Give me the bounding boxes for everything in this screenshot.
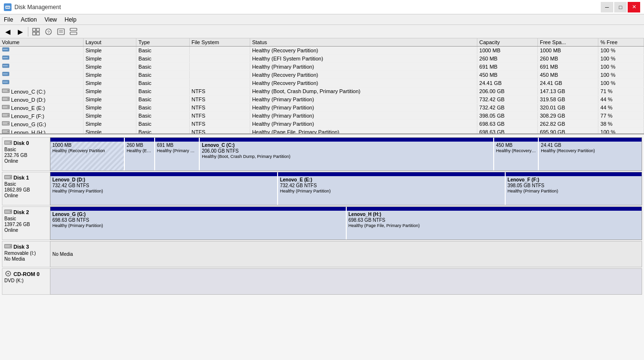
- maximize-button[interactable]: □: [614, 2, 627, 12]
- partition-size: 450 MB: [496, 143, 536, 148]
- partition-size: 260 MB: [127, 143, 152, 148]
- col-filesystem[interactable]: File System: [189, 38, 250, 47]
- disk-id: Disk 2: [13, 209, 29, 215]
- partition-header: [278, 172, 505, 176]
- partition-0-4[interactable]: 450 MB Healthy (Recovery Parti: [494, 138, 539, 170]
- table-row[interactable]: Simple Basic Healthy (Recovery Partition…: [0, 79, 644, 87]
- back-button[interactable]: ◀: [2, 26, 13, 37]
- partition-desc: Healthy (Boot, Crash Dump, Primary Parti…: [202, 154, 491, 159]
- cell-capacity: 698.63 GB: [477, 128, 538, 135]
- cell-fs: [189, 79, 250, 87]
- disk-id: Disk 0: [13, 140, 29, 146]
- table-row[interactable]: Simple Basic Healthy (Recovery Partition…: [0, 47, 644, 55]
- table-row[interactable]: Simple Basic Healthy (Primary Partition)…: [0, 63, 644, 71]
- menu-file[interactable]: File: [0, 14, 17, 24]
- cell-layout: Simple: [83, 63, 136, 71]
- disk-label-2: Disk 2 Basic 1397.26 GB Online: [2, 206, 50, 240]
- table-row[interactable]: Lenovo_G (G:) Simple Basic NTFS Healthy …: [0, 120, 644, 128]
- svg-point-54: [8, 273, 9, 275]
- partition-header: [50, 172, 277, 176]
- minimize-button[interactable]: ─: [601, 2, 613, 12]
- col-pctfree[interactable]: % Free: [598, 38, 644, 47]
- col-type[interactable]: Type: [136, 38, 189, 47]
- col-status[interactable]: Status: [250, 38, 477, 47]
- col-volume[interactable]: Volume: [0, 38, 83, 47]
- partition-0-2[interactable]: 691 MB Healthy (Primary Partitio: [155, 138, 200, 170]
- partition-desc: Healthy (Recovery Parti: [496, 148, 536, 153]
- menu-bar: File Action View Help: [0, 14, 644, 25]
- partition-0-1[interactable]: 260 MB Healthy (EFI System P: [125, 138, 155, 170]
- disk-visual-area[interactable]: Disk 0 Basic 232.76 GB Online 1000 MB He…: [0, 134, 644, 360]
- show-grid-button[interactable]: [30, 26, 42, 37]
- disk-view-button[interactable]: [68, 26, 79, 37]
- partition-size: 698.63 GB NTFS: [52, 217, 344, 223]
- partition-body: 24.41 GB Healthy (Recovery Partition): [539, 142, 642, 170]
- properties-button[interactable]: [55, 26, 67, 37]
- partition-header: [494, 138, 538, 142]
- col-capacity[interactable]: Capacity: [477, 38, 538, 47]
- partition-2-0[interactable]: Lenovo_G (G:) 698.63 GB NTFS Healthy (Pr…: [50, 207, 347, 240]
- table-row[interactable]: Simple Basic Healthy (Recovery Partition…: [0, 71, 644, 79]
- partition-header: [50, 138, 124, 142]
- disk-icon-row: CD-ROM 0: [4, 271, 48, 277]
- cell-fs: [189, 55, 250, 63]
- table-row[interactable]: Lenovo_D (D:) Simple Basic NTFS Healthy …: [0, 96, 644, 104]
- partition-name: Lenovo_F (F:): [508, 177, 640, 182]
- cell-type: Basic: [136, 47, 189, 55]
- partition-0-5[interactable]: 24.41 GB Healthy (Recovery Partition): [539, 138, 642, 170]
- cell-type: Basic: [136, 87, 189, 96]
- table-row[interactable]: Simple Basic Healthy (EFI System Partiti…: [0, 55, 644, 63]
- table-row[interactable]: Lenovo_C (C:) Simple Basic NTFS Healthy …: [0, 87, 644, 96]
- no-media-area: No Media: [50, 241, 642, 267]
- close-button[interactable]: ✕: [628, 2, 640, 12]
- cell-free: 450 MB: [538, 71, 598, 79]
- forward-button[interactable]: ▶: [14, 26, 26, 37]
- partition-0-3[interactable]: Lenovo_C (C:) 206.00 GB NTFS Healthy (Bo…: [200, 138, 494, 170]
- partition-body: Lenovo_D (D:) 732.42 GB NTFS Healthy (Pr…: [50, 176, 277, 205]
- cell-free: 319.58 GB: [538, 96, 598, 104]
- partition-2-1[interactable]: Lenovo_H (H:) 698.63 GB NTFS Healthy (Pa…: [347, 207, 642, 240]
- window-controls[interactable]: ─ □ ✕: [601, 2, 640, 12]
- partition-1-2[interactable]: Lenovo_F (F:) 398.05 GB NTFS Healthy (Pr…: [506, 172, 642, 205]
- cell-type: Basic: [136, 71, 189, 79]
- cell-capacity: 260 MB: [477, 55, 538, 63]
- partition-body: Lenovo_G (G:) 698.63 GB NTFS Healthy (Pr…: [50, 211, 346, 240]
- svg-rect-8: [58, 29, 64, 35]
- svg-rect-18: [3, 65, 8, 66]
- partition-size: 24.41 GB: [541, 143, 640, 148]
- partition-1-1[interactable]: Lenovo_E (E:) 732.42 GB NTFS Healthy (Pr…: [278, 172, 506, 205]
- partition-size: 206.00 GB NTFS: [202, 148, 491, 154]
- menu-view[interactable]: View: [41, 14, 61, 24]
- disk-drive-icon: [4, 174, 12, 181]
- col-freespace[interactable]: Free Spa...: [538, 38, 598, 47]
- cell-fs: [189, 63, 250, 71]
- partition-0-0[interactable]: 1000 MB Healthy (Recovery Partition: [50, 138, 125, 170]
- menu-action[interactable]: Action: [17, 14, 40, 24]
- svg-rect-5: [36, 32, 39, 35]
- volume-table-area[interactable]: Volume Layout Type File System Status Ca…: [0, 38, 644, 134]
- table-row[interactable]: Lenovo_H (H:) Simple Basic NTFS Healthy …: [0, 128, 644, 135]
- cell-status: Healthy (Page File, Primary Partition): [250, 128, 477, 135]
- menu-help[interactable]: Help: [61, 14, 81, 24]
- disk-row-2: Disk 2 Basic 1397.26 GB Online Lenovo_G …: [2, 206, 642, 240]
- cell-pct: 44 %: [598, 96, 644, 104]
- cell-layout: Simple: [83, 128, 136, 135]
- table-row[interactable]: Lenovo_F (F:) Simple Basic NTFS Healthy …: [0, 112, 644, 120]
- svg-rect-3: [36, 28, 39, 31]
- cell-capacity: 698.63 GB: [477, 120, 538, 128]
- volume-table: Volume Layout Type File System Status Ca…: [0, 38, 644, 134]
- cell-type: Basic: [136, 63, 189, 71]
- table-row[interactable]: Lenovo_E (E:) Simple Basic NTFS Healthy …: [0, 104, 644, 112]
- svg-rect-16: [3, 57, 8, 58]
- disk-row-3: Disk 3 Removable (I:) No Media No Media: [2, 241, 642, 267]
- partition-1-0[interactable]: Lenovo_D (D:) 732.42 GB NTFS Healthy (Pr…: [50, 172, 278, 205]
- help-button[interactable]: ?: [43, 26, 54, 37]
- cell-layout: Simple: [83, 47, 136, 55]
- col-layout[interactable]: Layout: [83, 38, 136, 47]
- cell-pct: 100 %: [598, 47, 644, 55]
- svg-rect-20: [3, 73, 8, 74]
- partition-name: Lenovo_C (C:): [202, 143, 491, 148]
- cell-free: 262.82 GB: [538, 120, 598, 128]
- partition-desc: Healthy (Recovery Partition: [52, 148, 122, 153]
- cell-free: 320.01 GB: [538, 104, 598, 112]
